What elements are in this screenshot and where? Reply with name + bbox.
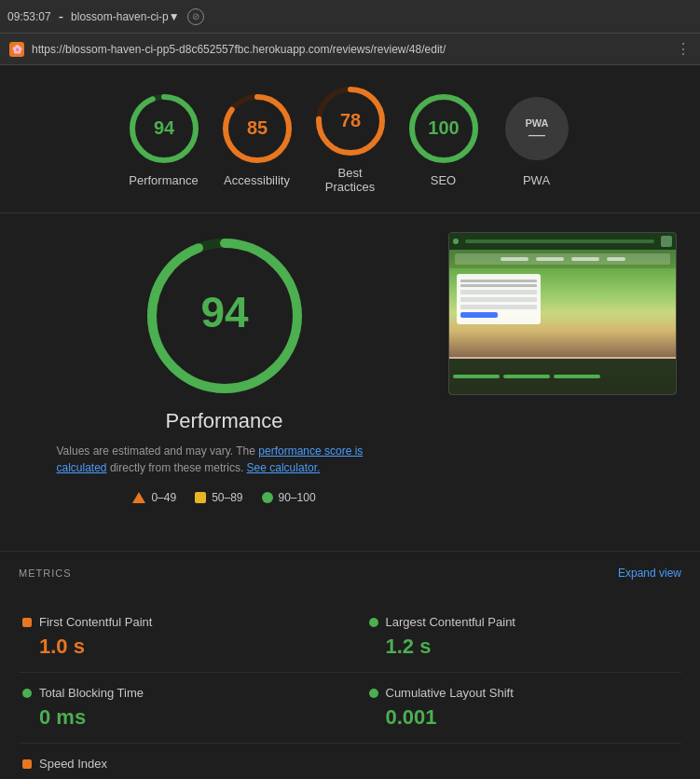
- section-divider: [0, 551, 700, 552]
- si-label: Speed Index: [39, 757, 107, 771]
- best-practices-circle: 78: [313, 84, 388, 158]
- performance-section: 94 Performance Values are estimated and …: [19, 232, 681, 523]
- score-card-accessibility[interactable]: 85 Accessibility: [220, 91, 295, 187]
- si-name-row: Speed Index: [22, 757, 332, 771]
- metrics-title: METRICS: [19, 567, 72, 579]
- best-practices-label: BestPractices: [325, 166, 375, 194]
- fcp-name-row: First Contentful Paint: [22, 615, 332, 629]
- cls-name-row: Cumulative Layout Shift: [369, 686, 679, 700]
- block-icon[interactable]: ⊘: [187, 8, 204, 25]
- metric-cls: Cumulative Layout Shift 0.001: [350, 673, 682, 744]
- tab-label[interactable]: blossom-haven-ci-p▼: [71, 10, 180, 23]
- pwa-label: PWA: [523, 173, 550, 187]
- tbt-value: 0 ms: [22, 705, 332, 730]
- score-card-best-practices[interactable]: 78 BestPractices: [313, 84, 388, 194]
- browser-time: 09:53:07: [7, 10, 51, 23]
- fcp-value: 1.0 s: [22, 635, 332, 659]
- svg-text:—: —: [528, 125, 545, 144]
- metric-fcp: First Contentful Paint 1.0 s: [19, 602, 350, 673]
- metric-si: Speed Index 1.7 s: [19, 744, 350, 779]
- cls-status-icon: [369, 689, 378, 698]
- performance-description: Values are estimated and may vary. The p…: [57, 443, 392, 476]
- browser-menu-button[interactable]: ⋮: [676, 40, 691, 58]
- pwa-circle: PWA —: [500, 91, 574, 166]
- tbt-label: Total Blocking Time: [39, 686, 144, 700]
- tbt-name-row: Total Blocking Time: [22, 686, 332, 700]
- score-card-performance[interactable]: 94 Performance: [127, 91, 201, 187]
- screenshot-mock: [449, 233, 676, 394]
- seo-label: SEO: [431, 173, 456, 187]
- score-card-pwa[interactable]: PWA — PWA: [500, 91, 574, 187]
- average-icon: [195, 492, 206, 503]
- main-content: 94 Performance Values are estimated and …: [0, 213, 700, 779]
- lcp-value: 1.2 s: [369, 635, 679, 659]
- tbt-status-icon: [22, 689, 32, 698]
- favicon: 🌸: [9, 42, 24, 57]
- performance-circle: 94: [127, 91, 201, 166]
- svg-text:94: 94: [200, 288, 249, 336]
- svg-text:85: 85: [246, 117, 267, 138]
- performance-left: 94 Performance Values are estimated and …: [19, 232, 430, 523]
- lcp-label: Largest Contentful Paint: [386, 615, 515, 629]
- screenshot-preview: [448, 232, 677, 395]
- si-status-icon: [22, 759, 32, 769]
- browser-toolbar: 09:53:07 - blossom-haven-ci-p▼ ⊘: [0, 0, 700, 34]
- performance-right: [448, 232, 681, 395]
- svg-text:78: 78: [339, 110, 360, 130]
- metrics-grid: First Contentful Paint 1.0 s Largest Con…: [19, 602, 681, 779]
- seo-circle: 100: [406, 91, 481, 166]
- expand-view-button[interactable]: Expand view: [618, 567, 681, 580]
- screenshot-header-bar: [449, 233, 676, 250]
- cls-label: Cumulative Layout Shift: [386, 686, 514, 700]
- fail-icon: [132, 492, 145, 503]
- fcp-status-icon: [22, 618, 32, 627]
- accessibility-circle: 85: [220, 91, 295, 166]
- metrics-header: METRICS Expand view: [19, 567, 681, 587]
- metric-tbt: Total Blocking Time 0 ms: [19, 673, 350, 744]
- legend-fail: 0–49: [132, 491, 176, 504]
- legend-pass: 90–100: [262, 491, 316, 504]
- accessibility-label: Accessibility: [224, 173, 290, 187]
- address-bar: 🌸 https://blossom-haven-ci-pp5-d8c652557…: [0, 34, 700, 65]
- separator: -: [59, 8, 63, 25]
- average-range: 50–89: [212, 491, 242, 504]
- calculator-link[interactable]: See calculator.: [247, 461, 321, 474]
- pass-icon: [262, 492, 273, 503]
- lcp-name-row: Largest Contentful Paint: [369, 615, 679, 629]
- svg-text:94: 94: [153, 117, 174, 138]
- score-card-seo[interactable]: 100 SEO: [406, 91, 481, 187]
- legend-row: 0–49 50–89 90–100: [132, 491, 315, 504]
- fcp-label: First Contentful Paint: [39, 615, 152, 629]
- svg-text:100: 100: [428, 117, 459, 138]
- scores-header: 94 Performance 85 Accessibility 78 BestP…: [0, 65, 700, 213]
- fail-range: 0–49: [151, 491, 176, 504]
- lcp-status-icon: [369, 618, 378, 627]
- performance-title: Performance: [166, 409, 283, 433]
- cls-value: 0.001: [369, 705, 679, 730]
- url-display[interactable]: https://blossom-haven-ci-pp5-d8c652557fb…: [32, 43, 668, 56]
- pass-range: 90–100: [279, 491, 316, 504]
- performance-label: Performance: [129, 173, 198, 187]
- metric-lcp: Largest Contentful Paint 1.2 s: [350, 602, 682, 673]
- big-performance-circle: 94: [141, 232, 309, 400]
- legend-average: 50–89: [195, 491, 242, 504]
- nav-dot-1: [453, 239, 459, 244]
